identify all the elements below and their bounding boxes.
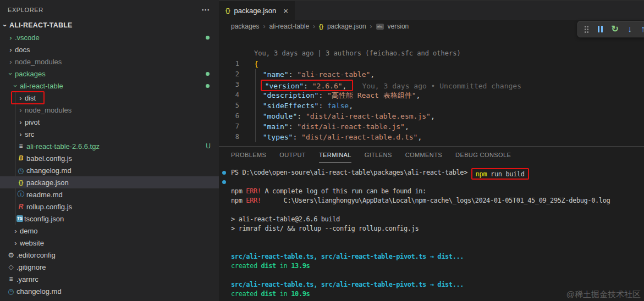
tree-item-docs[interactable]: ›docs <box>0 43 219 55</box>
step-out-icon[interactable]: ↑ <box>641 25 644 34</box>
panel-tab-debug-console[interactable]: DEBUG CONSOLE <box>455 147 511 163</box>
terminal-line: > rimraf dist/ && rollup --config rollup… <box>231 224 644 233</box>
tree-item-package.json[interactable]: {}package.json <box>0 176 219 188</box>
tree-item-.yarnrc[interactable]: ≡.yarnrc <box>0 273 219 285</box>
tree-item-pivot[interactable]: ›pivot <box>0 116 219 128</box>
code-line-1: 1{ <box>219 59 644 69</box>
workspace-root[interactable]: › ALI-REACT-TABLE <box>0 19 219 31</box>
tree-item-src[interactable]: ›src <box>0 128 219 140</box>
modified-dot-badge <box>206 36 210 40</box>
codelens-blame[interactable]: You, 3 days ago | 3 authors (feichao.sfc… <box>247 48 461 59</box>
terminal-line <box>231 177 644 187</box>
drag-handle-icon[interactable] <box>584 25 589 33</box>
chevron-right-icon: › <box>12 227 20 235</box>
tree-item-.editorconfig[interactable]: ⚙.editorconfig <box>0 249 219 261</box>
terminal[interactable]: PS D:\code\open-soure\ali-react-table\pa… <box>219 163 644 299</box>
tree-item-label: .vscode <box>15 34 40 42</box>
more-actions-icon[interactable]: ⋯ <box>201 5 210 15</box>
close-icon[interactable]: × <box>283 6 288 15</box>
watermark: @稀土掘金技术社区 <box>566 289 641 300</box>
tree-item-tsconfig.json[interactable]: TStsconfig.json <box>0 213 219 225</box>
chevron-right-icon: › <box>7 34 15 42</box>
line-number: 3 <box>219 80 247 90</box>
untracked-badge: U <box>206 142 211 150</box>
breadcrumb-item[interactable]: packages <box>231 23 259 30</box>
panel-tab-comments[interactable]: COMMENTS <box>405 147 442 163</box>
restart-icon[interactable]: ↻ <box>612 25 619 34</box>
code-line-6: 6 "module": "dist/ali-react-table.esm.js… <box>219 111 644 121</box>
panel-tab-gitlens[interactable]: GITLENS <box>365 147 392 163</box>
vscode-window: EXPLORER ⋯ › ALI-REACT-TABLE ›.vscode›do… <box>0 0 644 301</box>
tree-item-ali-react-table[interactable]: ›ali-react-table <box>0 80 219 92</box>
code-line-3: 3 "version": "2.6.6",You, 3 days ago • U… <box>219 80 644 90</box>
command-decoration-dot[interactable] <box>222 171 226 175</box>
tree-item-packages[interactable]: ›packages <box>0 68 219 80</box>
tree-item-label: src <box>25 130 34 138</box>
rollup-file-icon: R <box>16 203 25 210</box>
tree-item-.vscode[interactable]: ›.vscode <box>0 31 219 43</box>
tree-item-node-modules[interactable]: ›node_modules <box>0 55 219 68</box>
command-decoration-dot[interactable] <box>222 180 226 184</box>
info-file-icon: ⓘ <box>16 189 25 199</box>
chevron-down-icon: › <box>12 82 20 90</box>
tree-item-label: demo <box>20 227 38 235</box>
bottom-panel: PROBLEMSOUTPUTTERMINALGITLENSCOMMENTSDEB… <box>219 146 644 301</box>
tree-item-changelog.md[interactable]: ◷changelog.md <box>0 285 219 297</box>
tree-item-readme.md[interactable]: ⓘreadme.md <box>0 188 219 200</box>
gear-file-icon: ⚙ <box>7 251 15 259</box>
tree-item-ali-react-table-2.6.6.tgz[interactable]: ≡ali-react-table-2.6.6.tgzU <box>0 140 219 152</box>
breadcrumb-separator: › <box>263 23 265 30</box>
chevron-right-icon: › <box>7 46 15 54</box>
line-number: 8 <box>219 132 247 142</box>
json-file-icon: {} <box>319 24 323 30</box>
code-line-8: 8 "types": "dist/ali-react-table.d.ts", <box>219 132 644 142</box>
editor-group: {} package.json × packages›ali-react-tab… <box>219 0 644 301</box>
breadcrumb-item[interactable]: version <box>388 23 409 30</box>
clock-file-icon: ◷ <box>7 287 15 296</box>
pause-icon[interactable] <box>598 26 603 32</box>
tree-item-.gitignore[interactable]: ◇.gitignore <box>0 261 219 273</box>
tree-item-label: rollup.config.js <box>26 203 72 211</box>
inline-blame: You, 3 days ago • Uncommitted changes <box>362 82 521 90</box>
panel-tab-output[interactable]: OUTPUT <box>279 147 306 163</box>
tab-label: package.json <box>234 7 277 15</box>
terminal-line: src/ali-react-table.ts, src/ali-react-ta… <box>231 280 644 289</box>
tree-item-changelog.md[interactable]: ◷changelog.md <box>0 164 219 176</box>
step-into-icon[interactable]: ↓ <box>628 25 632 34</box>
tree-item-node-modules[interactable]: ›node_modules <box>0 104 219 116</box>
braces-file-icon: {} <box>16 179 25 186</box>
tree-item-dist[interactable]: ›dist <box>0 92 219 104</box>
panel-tab-problems[interactable]: PROBLEMS <box>231 147 266 163</box>
chevron-right-icon: › <box>12 239 20 247</box>
explorer-sidebar: EXPLORER ⋯ › ALI-REACT-TABLE ›.vscode›do… <box>0 0 219 301</box>
breadcrumb-item[interactable]: ali-react-table <box>269 23 309 30</box>
terminal-line: npm ERR! C:\Users\lianghongyu\AppData\Lo… <box>231 196 644 205</box>
modified-dot-badge <box>206 84 210 88</box>
breadcrumb-item[interactable]: package.json <box>327 23 366 30</box>
chevron-down-icon: › <box>1 21 9 30</box>
ts-file-icon: TS <box>16 215 23 222</box>
workspace-root-label: ALI-REACT-TABLE <box>9 21 73 29</box>
tree-item-label: docs <box>15 46 30 54</box>
line-number: 1 <box>219 59 247 69</box>
line-number: 4 <box>219 90 247 101</box>
tree-item-website[interactable]: ›website <box>0 237 219 249</box>
tree-item-label: dist <box>25 94 36 102</box>
panel-tab-terminal[interactable]: TERMINAL <box>319 147 351 163</box>
code-line-4: 4 "description": "高性能 React 表格组件", <box>219 90 644 101</box>
tree-item-label: node_modules <box>15 58 62 66</box>
tree-item-label: packages <box>15 70 46 78</box>
tree-item-babel.config.js[interactable]: Bbabel.config.js <box>0 152 219 164</box>
terminal-line: PS D:\code\open-soure\ali-react-table\pa… <box>231 168 644 177</box>
tree-item-label: pivot <box>25 118 40 126</box>
tree-item-rollup.config.js[interactable]: Rrollup.config.js <box>0 200 219 213</box>
code-line-5: 5 "sideEffects": false, <box>219 101 644 111</box>
clock-file-icon: ◷ <box>16 166 25 175</box>
tab-package-json[interactable]: {} package.json × <box>219 1 295 20</box>
terminal-line: created dist in 13.9s <box>231 261 644 271</box>
lines-file-icon: ≡ <box>16 142 25 150</box>
tree-item-label: tsconfig.json <box>24 215 64 223</box>
tree-item-demo[interactable]: ›demo <box>0 225 219 237</box>
tree-item-label: readme.md <box>26 191 63 199</box>
code-editor[interactable]: You, 3 days ago | 3 authors (feichao.sfc… <box>219 33 644 146</box>
